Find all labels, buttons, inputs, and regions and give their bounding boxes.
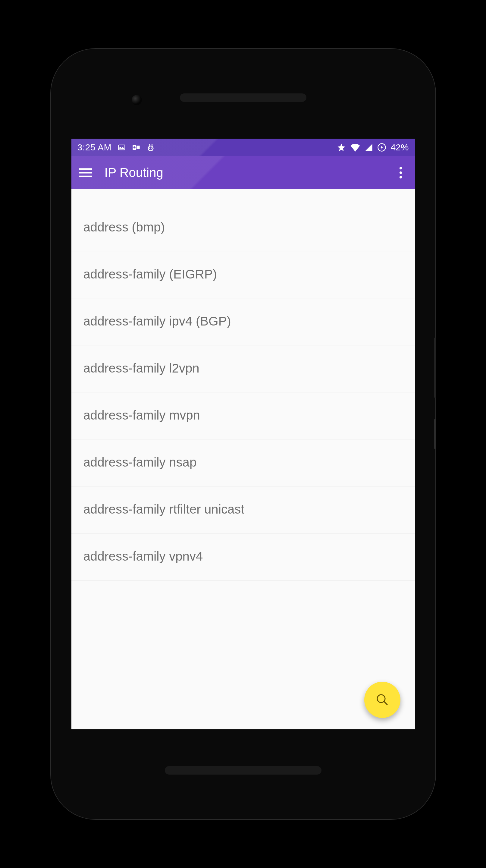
wifi-icon xyxy=(350,143,360,152)
overflow-icon xyxy=(399,167,402,179)
list-item-label: address-family ipv4 (BGP) xyxy=(84,314,231,328)
star-icon xyxy=(337,143,346,152)
cyanogen-icon xyxy=(147,143,155,152)
list-item-label: address-family vpnv4 xyxy=(84,549,203,563)
list-item-label: address-family mvpn xyxy=(84,408,200,422)
phone-frame: 3:25 AM xyxy=(50,48,436,820)
svg-point-5 xyxy=(149,147,150,149)
status-bar: 3:25 AM xyxy=(71,138,415,156)
menu-button[interactable] xyxy=(78,165,93,180)
cell-signal-icon xyxy=(364,143,373,152)
phone-camera xyxy=(132,95,142,105)
overflow-button[interactable] xyxy=(393,165,408,180)
outlook-icon xyxy=(132,143,140,152)
list-item[interactable]: address-family vpnv4 xyxy=(71,533,415,581)
phone-power-button xyxy=(434,338,436,398)
phone-volume-button xyxy=(434,419,436,449)
svg-point-6 xyxy=(151,147,153,149)
svg-point-3 xyxy=(133,147,136,149)
svg-point-9 xyxy=(399,172,402,174)
list-item[interactable]: address-family mvpn xyxy=(71,393,415,439)
hamburger-icon xyxy=(79,167,92,178)
list-item[interactable]: address-family l2vpn xyxy=(71,345,415,393)
app-bar: IP Routing xyxy=(71,156,415,189)
list-item[interactable]: address (bmp) xyxy=(71,204,415,251)
list-item[interactable]: address-family (EIGRP) xyxy=(71,251,415,299)
list-item-label: address-family rtfilter unicast xyxy=(84,502,245,516)
list-item[interactable]: address-family nsap xyxy=(71,439,415,487)
battery-circle-icon xyxy=(377,143,386,152)
search-fab[interactable] xyxy=(364,682,400,718)
list-item-label: address (bmp) xyxy=(84,220,165,234)
svg-rect-2 xyxy=(136,146,140,149)
svg-point-4 xyxy=(148,146,153,151)
svg-point-8 xyxy=(399,167,402,169)
battery-percent: 42% xyxy=(390,142,409,153)
svg-point-10 xyxy=(399,176,402,179)
status-bar-right: 42% xyxy=(337,142,409,153)
svg-rect-0 xyxy=(119,145,125,150)
app-title: IP Routing xyxy=(104,165,163,180)
list-item[interactable]: address-family ipv4 (BGP) xyxy=(71,299,415,345)
list-container[interactable]: additional-paths address (bmp) address-f… xyxy=(71,189,415,730)
search-icon xyxy=(375,692,390,707)
status-clock: 3:25 AM xyxy=(77,142,112,153)
list-item-label: address-family l2vpn xyxy=(84,361,199,375)
list-item[interactable]: additional-paths xyxy=(71,189,415,204)
device-screen: 3:25 AM xyxy=(71,138,415,730)
list-item-label: address-family (EIGRP) xyxy=(84,267,217,281)
list-item[interactable]: address-family rtfilter unicast xyxy=(71,487,415,533)
status-bar-left: 3:25 AM xyxy=(77,142,155,153)
list-item-label: address-family nsap xyxy=(84,455,197,469)
image-icon xyxy=(118,143,126,152)
